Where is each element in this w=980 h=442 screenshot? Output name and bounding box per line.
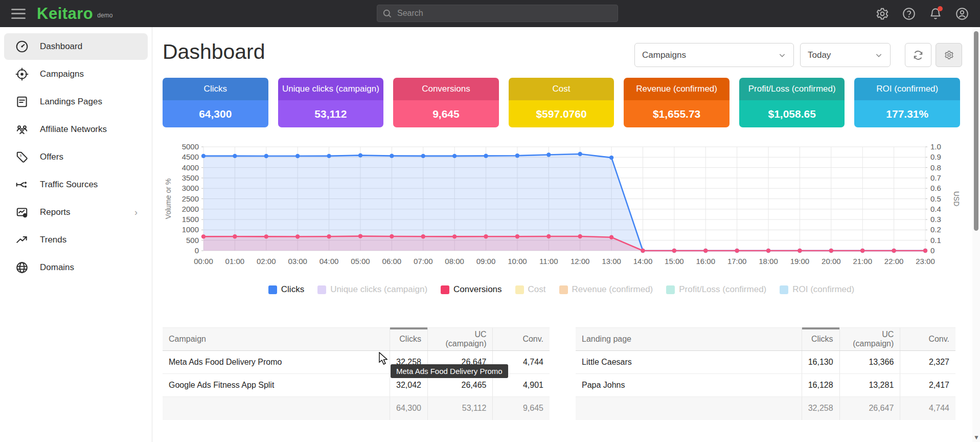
sidebar-item-offers[interactable]: sOffers xyxy=(4,144,148,170)
sidebar-item-reports[interactable]: Reports› xyxy=(4,199,148,226)
trends-icon xyxy=(15,233,29,247)
column-header-conv-[interactable]: Conv. xyxy=(493,328,550,351)
legend-label: Clicks xyxy=(281,284,304,295)
table-cell: Google Ads Fitness App Split xyxy=(163,374,390,397)
column-header-landing-page[interactable]: Landing page xyxy=(576,328,802,351)
notification-badge xyxy=(938,6,943,11)
search-box[interactable] xyxy=(377,5,618,22)
metric-card-profit-loss-confirmed-[interactable]: Profit/Loss (confirmed)$1,058.65 xyxy=(739,78,845,127)
gear-icon xyxy=(944,50,954,60)
legend-swatch xyxy=(515,285,524,294)
legend-label: Cost xyxy=(528,284,546,295)
legend-item-roi-confirmed-[interactable]: ROI (confirmed) xyxy=(780,284,854,295)
metric-card-label: Unique clicks (campaign) xyxy=(278,78,384,100)
row-tooltip: Meta Ads Food Delivery Promo xyxy=(391,364,508,378)
column-header-clicks[interactable]: Clicks xyxy=(802,328,839,351)
svg-text:0.3: 0.3 xyxy=(930,215,941,224)
column-header-uc-campaign-[interactable]: UC (campaign) xyxy=(427,328,493,351)
sidebar-item-label: Campaigns xyxy=(40,69,84,79)
sidebar-item-domains[interactable]: Domains xyxy=(4,254,148,281)
table-row[interactable]: Papa Johns16,12813,2812,417 xyxy=(576,374,955,397)
sidebar-item-label: Offers xyxy=(40,152,63,162)
dashboard-settings-button[interactable] xyxy=(936,43,962,67)
metric-card-value: 53,112 xyxy=(278,100,384,127)
page-scrollbar[interactable]: ▼ xyxy=(972,27,980,442)
svg-text:4000: 4000 xyxy=(182,163,199,172)
metric-card-value: $1,058.65 xyxy=(739,100,845,127)
svg-text:10:00: 10:00 xyxy=(508,257,527,266)
svg-text:11:00: 11:00 xyxy=(539,257,558,266)
gear-icon[interactable] xyxy=(876,7,889,20)
totals-cell: 53,112 xyxy=(427,397,493,420)
traffic-sources-icon xyxy=(15,178,29,191)
column-header-uc-campaign-[interactable]: UC (campaign) xyxy=(839,328,900,351)
refresh-button[interactable] xyxy=(905,43,931,67)
sidebar-item-trends[interactable]: Trends xyxy=(4,227,148,253)
legend-swatch xyxy=(317,285,326,294)
legend-item-cost[interactable]: Cost xyxy=(515,284,546,295)
svg-text:06:00: 06:00 xyxy=(382,257,402,266)
metric-card-revenue-confirmed-[interactable]: Revenue (confirmed)$1,655.73 xyxy=(624,78,730,127)
sidebar-item-campaigns[interactable]: Campaigns xyxy=(4,61,148,87)
menu-icon[interactable] xyxy=(11,9,26,19)
help-icon[interactable] xyxy=(902,7,916,20)
svg-text:02:00: 02:00 xyxy=(257,257,276,266)
sidebar-item-traffic-sources[interactable]: Traffic Sources xyxy=(4,171,148,198)
svg-text:04:00: 04:00 xyxy=(320,257,339,266)
svg-text:3500: 3500 xyxy=(182,173,199,182)
legend-item-unique-clicks-campaign-[interactable]: Unique clicks (campaign) xyxy=(317,284,427,295)
totals-row: 32,25826,6474,744 xyxy=(576,397,955,420)
scrollbar-thumb[interactable] xyxy=(974,31,978,231)
metric-card-unique-clicks-campaign-[interactable]: Unique clicks (campaign)53,112 xyxy=(278,78,384,127)
metric-card-value: 177.31% xyxy=(854,100,960,127)
table-cell: 2,327 xyxy=(900,351,955,374)
metric-card-clicks[interactable]: Clicks64,300 xyxy=(163,78,268,127)
scrollbar-down-arrow-icon[interactable]: ▼ xyxy=(973,434,979,441)
metric-card-conversions[interactable]: Conversions9,645 xyxy=(393,78,499,127)
date-range-select[interactable]: Today xyxy=(800,43,891,67)
landings-pages-icon xyxy=(15,95,29,108)
svg-text:16:00: 16:00 xyxy=(696,257,715,266)
app-logo[interactable]: Keitaro xyxy=(37,5,93,23)
svg-text:18:00: 18:00 xyxy=(759,257,778,266)
metric-card-cost[interactable]: Cost$597.0760 xyxy=(509,78,614,127)
sidebar-item-label: Domains xyxy=(40,262,74,273)
offers-icon: s xyxy=(15,150,29,164)
sidebar-item-label: Reports xyxy=(40,207,71,217)
metric-card-label: Profit/Loss (confirmed) xyxy=(739,78,845,100)
sidebar-item-landings-pages[interactable]: Landings Pages xyxy=(4,89,148,115)
sidebar-item-dashboard[interactable]: Dashboard xyxy=(4,33,148,60)
legend-item-clicks[interactable]: Clicks xyxy=(268,284,304,295)
svg-text:20:00: 20:00 xyxy=(822,257,841,266)
column-header-campaign[interactable]: Campaign xyxy=(163,328,390,351)
user-account-icon[interactable] xyxy=(955,7,969,20)
svg-text:500: 500 xyxy=(186,236,199,245)
metric-card-label: ROI (confirmed) xyxy=(854,78,960,100)
page-title: Dashboard xyxy=(163,40,265,64)
metric-card-roi-confirmed-[interactable]: ROI (confirmed)177.31% xyxy=(854,78,960,127)
svg-text:21:00: 21:00 xyxy=(853,257,872,266)
svg-text:1.0: 1.0 xyxy=(930,142,941,151)
sidebar-item-affiliate-networks[interactable]: Affiliate Networks xyxy=(4,116,148,143)
chevron-down-icon xyxy=(778,51,786,59)
search-input[interactable] xyxy=(397,9,612,18)
notifications-bell-icon[interactable] xyxy=(929,7,942,20)
legend-item-revenue-confirmed-[interactable]: Revenue (confirmed) xyxy=(559,284,653,295)
metric-card-value: $1,655.73 xyxy=(624,100,730,127)
table-cell: Little Caesars xyxy=(576,351,802,374)
svg-text:19:00: 19:00 xyxy=(790,257,810,266)
table-cell: Meta Ads Food Delivery Promo xyxy=(163,351,390,374)
table-cell: Papa Johns xyxy=(576,374,802,397)
grouping-select[interactable]: Campaigns xyxy=(634,43,794,67)
svg-text:USD: USD xyxy=(952,191,960,207)
svg-text:0.6: 0.6 xyxy=(930,184,941,192)
table-row[interactable]: Little Caesars16,13013,3662,327 xyxy=(576,351,955,374)
column-header-clicks[interactable]: Clicks xyxy=(390,328,428,351)
column-header-conv-[interactable]: Conv. xyxy=(900,328,955,351)
sidebar-item-label: Traffic Sources xyxy=(40,180,98,190)
legend-item-conversions[interactable]: Conversions xyxy=(441,284,502,295)
legend-swatch xyxy=(559,285,568,294)
legend-item-profit-loss-confirmed-[interactable]: Profit/Loss (confirmed) xyxy=(666,284,766,295)
sidebar-item-label: Affiliate Networks xyxy=(40,124,107,135)
svg-text:12:00: 12:00 xyxy=(571,257,590,266)
